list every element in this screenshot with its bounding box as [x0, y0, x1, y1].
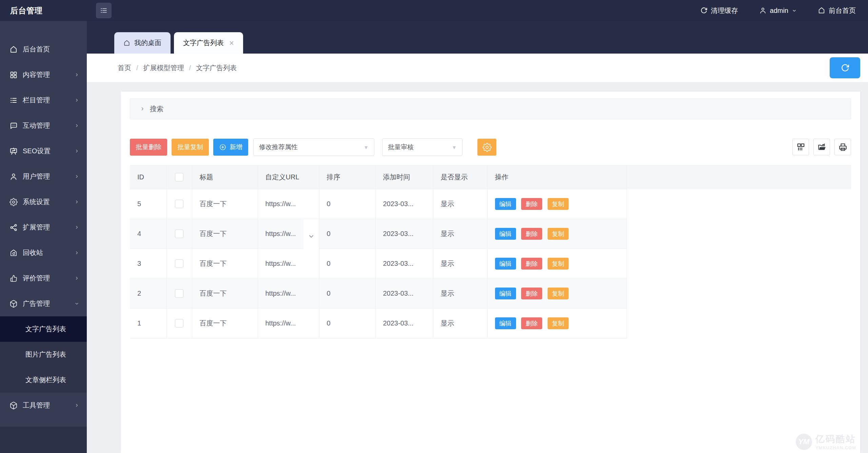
- recommend-attribute-select[interactable]: 修改推荐属性 ▼: [253, 138, 374, 156]
- clear-cache-button[interactable]: 清理缓存: [700, 6, 738, 15]
- print-button[interactable]: [834, 139, 851, 155]
- cell-visible: 显示: [433, 279, 487, 309]
- chevron-down-icon: [792, 8, 797, 13]
- batch-delete-button[interactable]: 批量删除: [130, 139, 167, 156]
- delete-button[interactable]: 删除: [521, 228, 542, 240]
- cell-time: 2023-03...: [375, 249, 433, 279]
- page-refresh-button[interactable]: [830, 57, 860, 78]
- sidebar-item[interactable]: 用户管理: [0, 164, 87, 189]
- sidebar-item[interactable]: 后台首页: [0, 37, 87, 62]
- sidebar-item[interactable]: 互动管理: [0, 113, 87, 138]
- cell-sort: 0: [319, 219, 375, 249]
- close-icon[interactable]: ×: [229, 39, 234, 47]
- row-checkbox[interactable]: [175, 319, 183, 328]
- batch-copy-button[interactable]: 批量复制: [172, 139, 209, 156]
- table-row: 3 百度一下 https://w... 0 2023-03... 显示 编辑 删…: [130, 249, 851, 279]
- cell-time: 2023-03...: [375, 219, 433, 249]
- copy-button[interactable]: 复制: [548, 228, 569, 240]
- gear-icon: [9, 198, 18, 206]
- user-icon: [759, 7, 767, 14]
- cell-title: 百度一下: [192, 309, 258, 338]
- cell-url: https://w...: [258, 309, 319, 338]
- seo-icon: [9, 147, 18, 155]
- col-sort: 排序: [319, 165, 375, 189]
- sidebar-item[interactable]: SEO设置: [0, 138, 87, 164]
- page-background: 搜索 批量删除 批量复制 新增 修改推荐属性 ▼ 批量审核 ▼: [87, 82, 868, 453]
- sidebar-menu: 后台首页 内容管理 栏目管理 互动管理 SEO设置 用户管理 系统设置 扩展管理…: [0, 21, 87, 418]
- edit-button[interactable]: 编辑: [495, 288, 516, 299]
- cell-title: 百度一下: [192, 219, 258, 249]
- search-collapse[interactable]: 搜索: [130, 98, 851, 119]
- columns-toggle-button[interactable]: [792, 139, 809, 155]
- table-tools: [792, 139, 851, 155]
- sidebar-subitem[interactable]: 文字广告列表: [0, 316, 87, 342]
- sidebar-item[interactable]: 广告管理: [0, 291, 87, 316]
- row-checkbox[interactable]: [175, 230, 183, 238]
- url-expander[interactable]: [303, 219, 319, 253]
- sidebar-item[interactable]: 栏目管理: [0, 87, 87, 113]
- main-area: 我的桌面 文字广告列表 × 首页/扩展模型管理/文字广告列表 搜索 批量删除 批…: [87, 21, 868, 453]
- app-title: 后台管理: [10, 0, 43, 21]
- edit-button[interactable]: 编辑: [495, 317, 516, 329]
- delete-button[interactable]: 删除: [521, 317, 542, 329]
- watermark-logo: YM: [796, 434, 812, 450]
- delete-button[interactable]: 删除: [521, 288, 542, 299]
- delete-button[interactable]: 删除: [521, 258, 542, 270]
- cell-title: 百度一下: [192, 249, 258, 279]
- row-checkbox[interactable]: [175, 289, 183, 298]
- breadcrumb-item[interactable]: 首页: [118, 64, 131, 72]
- search-label: 搜索: [150, 104, 163, 114]
- sidebar-item[interactable]: 回收站: [0, 240, 87, 265]
- edit-button[interactable]: 编辑: [495, 228, 516, 240]
- add-button[interactable]: 新增: [213, 139, 248, 156]
- collapse-sidebar-button[interactable]: [96, 3, 112, 18]
- sidebar-subitem[interactable]: 图片广告列表: [0, 342, 87, 367]
- print-icon: [839, 143, 847, 152]
- sidebar-item[interactable]: 扩展管理: [0, 215, 87, 240]
- cell-sort: 0: [319, 189, 375, 219]
- chevron-right-icon: [74, 72, 79, 77]
- user-menu[interactable]: admin: [759, 7, 797, 15]
- batch-audit-select[interactable]: 批量审核 ▼: [382, 138, 462, 156]
- sidebar-item[interactable]: 工具管理: [0, 393, 87, 418]
- sidebar-item[interactable]: 系统设置: [0, 189, 87, 215]
- data-table: ID 标题 自定义URL 排序 添加时间 是否显示 操作 5 百度一下: [130, 165, 851, 338]
- export-icon: [817, 143, 826, 152]
- sidebar-item[interactable]: 评价管理: [0, 265, 87, 291]
- copy-button[interactable]: 复制: [548, 258, 569, 270]
- col-visible: 是否显示: [433, 165, 487, 189]
- copy-button[interactable]: 复制: [548, 288, 569, 299]
- recycle-icon: [9, 249, 18, 257]
- chevron-down-icon: [74, 301, 79, 306]
- col-actions: 操作: [487, 165, 627, 189]
- sidebar-subitem[interactable]: 文章侧栏列表: [0, 367, 87, 393]
- breadcrumb-item[interactable]: 扩展模型管理: [143, 64, 184, 72]
- plus-circle-icon: [219, 143, 226, 151]
- tab-text-ad-list[interactable]: 文字广告列表 ×: [174, 32, 243, 54]
- sidebar-item[interactable]: 内容管理: [0, 62, 87, 87]
- cell-sort: 0: [319, 279, 375, 309]
- breadcrumb-item[interactable]: 文字广告列表: [196, 64, 237, 72]
- delete-button[interactable]: 删除: [521, 198, 542, 210]
- copy-button[interactable]: 复制: [548, 198, 569, 210]
- sidebar-submenu: 文字广告列表 图片广告列表 文章侧栏列表: [0, 316, 87, 393]
- chevron-right-icon: [74, 123, 79, 128]
- cell-visible: 显示: [433, 219, 487, 249]
- row-checkbox[interactable]: [175, 259, 183, 268]
- home-icon: [123, 40, 130, 46]
- chevron-right-icon: [140, 106, 145, 112]
- front-home-link[interactable]: 前台首页: [818, 6, 856, 15]
- breadcrumb-bar: 首页/扩展模型管理/文字广告列表: [87, 54, 868, 82]
- select-all-checkbox[interactable]: [175, 173, 183, 181]
- tab-my-desktop[interactable]: 我的桌面: [114, 32, 171, 54]
- edit-button[interactable]: 编辑: [495, 198, 516, 210]
- cell-url: https://w...: [258, 189, 319, 219]
- settings-button[interactable]: [477, 139, 496, 156]
- copy-button[interactable]: 复制: [548, 317, 569, 329]
- edit-button[interactable]: 编辑: [495, 258, 516, 270]
- cell-title: 百度一下: [192, 189, 258, 219]
- table-row: 4 百度一下 https://w... 0 2023-03... 显示 编辑 删…: [130, 219, 851, 249]
- row-checkbox[interactable]: [175, 200, 183, 208]
- export-button[interactable]: [813, 139, 830, 155]
- table-row: 5 百度一下 https://w... 0 2023-03... 显示 编辑 删…: [130, 189, 851, 219]
